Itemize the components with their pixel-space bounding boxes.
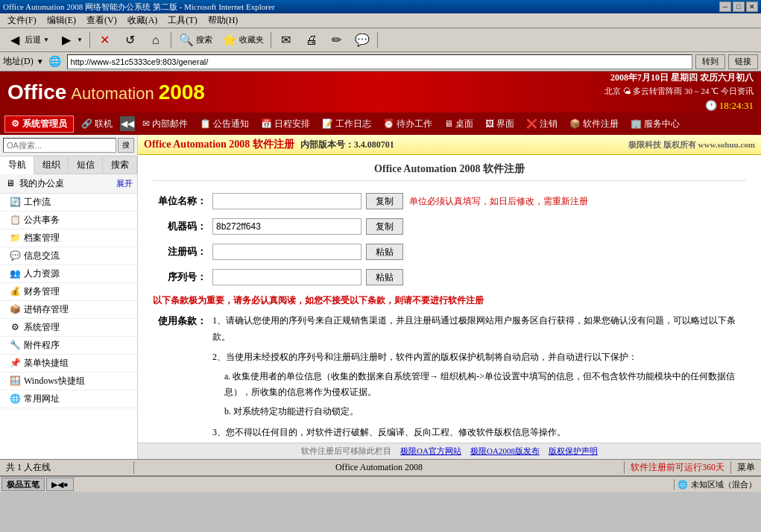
machine-code-label: 机器码：: [153, 220, 212, 233]
nav-schedule[interactable]: 📅 日程安排: [256, 116, 315, 132]
terms-body: 使用条款： 1、请确认您使用的序列号来自正规销售渠道，并且注册码通过极限网站用户…: [153, 313, 746, 440]
oa-location: 北京 🌤 多云转雷阵雨 30 ~ 24 ℃ 今日资讯: [604, 85, 754, 98]
sidebar-item-publicaffairs[interactable]: 📋 公共事务: [0, 212, 137, 229]
sidebar-item-infoexchange[interactable]: 💬 信息交流: [0, 247, 137, 265]
edit-icon: ✏: [329, 32, 345, 48]
serial-input[interactable]: [212, 269, 361, 285]
toolbar-separator-4: [377, 32, 378, 48]
online-icon: 🔗: [81, 118, 92, 130]
menu-view[interactable]: 查看(V): [82, 13, 121, 28]
sysadmin-icon: ⚙: [9, 322, 21, 334]
address-bar: 地址(D) ▼ 🌐 转到 链接: [0, 52, 761, 72]
nav-interface[interactable]: 🖼 界面: [481, 116, 519, 132]
expand-label[interactable]: 展开: [116, 178, 133, 189]
sidebar-menu: 🖥 我的办公桌 展开 🔄 工作流 📋 公共事务 📁 档案管理 💬 信息交流: [0, 174, 137, 459]
reg-version: 内部版本号：3.4.080701: [300, 139, 394, 151]
sidebar-item-inventory[interactable]: 📦 进销存管理: [0, 301, 137, 319]
form-title: Office Automation 2008 软件注册: [153, 162, 746, 181]
unit-name-copy-button[interactable]: 复制: [366, 193, 403, 209]
sidebar-item-archives[interactable]: 📁 档案管理: [0, 229, 137, 247]
nav-desktop[interactable]: 🖥 桌面: [440, 116, 478, 132]
edit-button[interactable]: ✏: [325, 31, 349, 50]
nav-left-arrow[interactable]: ◀◀: [120, 116, 135, 131]
footer-link-oa2008[interactable]: 极限OA2008版发布: [470, 446, 540, 457]
status-menu[interactable]: 菜单: [730, 461, 761, 474]
go-button[interactable]: 转到: [695, 54, 725, 69]
nav-software-reg[interactable]: 📦 软件注册: [565, 116, 623, 132]
sidebar-item-hr[interactable]: 👥 人力资源: [0, 265, 137, 283]
admin-label: 系统管理员: [22, 118, 67, 130]
menu-edit[interactable]: 编辑(E): [42, 13, 80, 28]
nav-logout[interactable]: ❌ 注销: [522, 116, 562, 132]
mail-button[interactable]: ✉: [274, 31, 298, 50]
tab-sms[interactable]: 短信: [69, 156, 103, 174]
serial-paste-button[interactable]: 粘贴: [366, 269, 403, 285]
unit-name-input[interactable]: [212, 193, 361, 209]
mail-icon: ✉: [278, 32, 294, 48]
machine-code-input[interactable]: [212, 218, 361, 235]
links-button[interactable]: 链接: [728, 54, 758, 69]
tab-nav[interactable]: 导航: [0, 156, 34, 174]
favorites-button[interactable]: ⭐ 收藏夹: [218, 31, 268, 50]
ime-button[interactable]: 极品五笔: [1, 478, 45, 491]
menu-file[interactable]: 文件(F): [3, 13, 41, 28]
nav-worklog[interactable]: 📝 工作日志: [318, 116, 376, 132]
refresh-icon: ↺: [122, 32, 139, 48]
terms-para-1: 1、请确认您使用的序列号来自正规销售渠道，并且注册码通过极限网站用户服务区自行获…: [212, 313, 746, 345]
footer-link-copyright[interactable]: 版权保护声明: [549, 446, 598, 457]
terms-para-3: a. 收集使用者的单位信息（收集的数据来自系统管理→ 组织机构->单位设置中填写…: [224, 369, 746, 401]
footer-link-oa[interactable]: 极限OA官方网站: [400, 446, 461, 457]
toolbar-separator-2: [171, 32, 171, 48]
online-link[interactable]: 🔗 联机: [77, 116, 117, 132]
nav-email[interactable]: ✉ 内部邮件: [138, 116, 192, 132]
menu-bar: 文件(F) 编辑(E) 查看(V) 收藏(A) 工具(T) 帮助(H): [0, 13, 761, 28]
search-button[interactable]: 🔍 搜索: [174, 31, 216, 50]
tab-search[interactable]: 搜索: [103, 156, 137, 174]
forward-button[interactable]: ▶ ▼: [54, 31, 86, 50]
menu-favorites[interactable]: 收藏(A): [123, 13, 162, 28]
sidebar-search-input[interactable]: [3, 138, 116, 153]
sidebar-item-winshortcut[interactable]: 🪟 Windows快捷组: [0, 373, 137, 390]
reg-code-input[interactable]: [212, 244, 361, 260]
address-input[interactable]: [67, 54, 692, 69]
tab-org[interactable]: 组织: [34, 156, 69, 174]
home-button[interactable]: ⌂: [144, 31, 168, 50]
home-icon: ⌂: [148, 32, 164, 48]
sidebar-item-finance[interactable]: 💰 财务管理: [0, 283, 137, 301]
minimize-button[interactable]: ─: [719, 1, 731, 12]
stop-button[interactable]: ✕: [93, 31, 117, 50]
refresh-button[interactable]: ↺: [119, 31, 142, 50]
discuss-button[interactable]: 💬: [350, 31, 374, 50]
nav-todo[interactable]: ⏰ 待办工作: [379, 116, 437, 132]
sidebar-item-plugins[interactable]: 🔧 附件程序: [0, 337, 137, 355]
sidebar-search-button[interactable]: 搜: [118, 138, 134, 153]
terms-para-4: b. 对系统特定功能进行自动锁定。: [224, 404, 746, 420]
back-button[interactable]: ◀ 后退 ▼: [3, 31, 53, 50]
menu-tools[interactable]: 工具(T): [163, 13, 201, 28]
bulletin-nav-icon: 📋: [200, 118, 211, 130]
sidebar-item-mydesk[interactable]: 🖥 我的办公桌 展开: [0, 174, 137, 194]
forward-dropdown-icon: ▼: [77, 37, 83, 43]
maximize-button[interactable]: □: [733, 1, 745, 12]
reg-code-paste-button[interactable]: 粘贴: [366, 244, 403, 260]
print-button[interactable]: 🖨: [300, 31, 323, 50]
menu-help[interactable]: 帮助(H): [203, 13, 243, 28]
sidebar-item-workflow[interactable]: 🔄 工作流: [0, 194, 137, 212]
taskbar-ime-controls[interactable]: ▶ ◀ ●: [46, 478, 74, 491]
toolbar-separator-1: [89, 32, 90, 48]
content-area: Office Automation 2008 软件注册 内部版本号：3.4.08…: [138, 135, 761, 459]
content-header: Office Automation 2008 软件注册 内部版本号：3.4.08…: [138, 135, 761, 155]
oa-header-info: 2008年7月10日 星期四 农历六月初八 北京 🌤 多云转雷阵雨 30 ~ 2…: [604, 71, 754, 114]
sidebar-item-websites[interactable]: 🌐 常用网址: [0, 390, 137, 408]
machine-code-copy-button[interactable]: 复制: [366, 218, 403, 235]
sidebar-item-menushortcut[interactable]: 📌 菜单快捷组: [0, 355, 137, 373]
window-controls: ─ □ ✕: [719, 1, 758, 12]
ie-icon: 🌐: [48, 55, 61, 68]
discuss-icon: 💬: [354, 32, 370, 48]
nav-bulletin[interactable]: 📋 公告通知: [195, 116, 253, 132]
archives-icon: 📁: [9, 232, 21, 244]
sidebar-item-sysadmin[interactable]: ⚙ 系统管理: [0, 319, 137, 337]
close-button[interactable]: ✕: [746, 1, 758, 12]
nav-service[interactable]: 🏢 服务中心: [626, 116, 684, 132]
menushortcut-icon: 📌: [9, 358, 21, 370]
